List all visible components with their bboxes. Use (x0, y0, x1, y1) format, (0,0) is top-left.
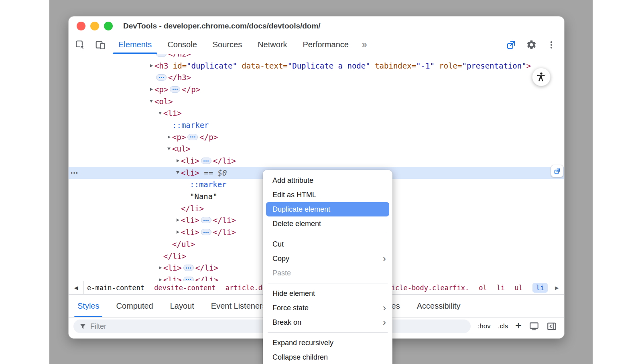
disclosure-down-icon[interactable] (148, 100, 154, 103)
dom-tree-row[interactable]: </h3> (69, 71, 564, 83)
disclosure-right-icon[interactable] (148, 64, 154, 67)
menu-item-duplicate-element[interactable]: Duplicate element (266, 202, 389, 216)
sidebar-toggle-icon[interactable] (547, 321, 557, 332)
menu-item-collapse-children[interactable]: Collapse children (263, 350, 392, 364)
disclosure-down-icon[interactable] (166, 148, 172, 150)
tab-elements[interactable]: Elements (118, 36, 152, 54)
disclosure-down-icon[interactable] (175, 171, 181, 174)
disclosure-right-icon[interactable] (166, 135, 172, 139)
window-title: DevTools - developer.chrome.com/docs/dev… (123, 22, 321, 30)
ellipsis-expand-icon[interactable] (201, 229, 211, 235)
ellipsis-expand-icon[interactable] (156, 54, 167, 57)
breadcrumb-scroll-left-icon[interactable]: ◀ (69, 281, 84, 294)
menu-item-label: Copy (272, 255, 383, 263)
kebab-menu-icon[interactable] (547, 40, 556, 50)
tab-sources[interactable]: Sources (213, 36, 242, 54)
tab-styles[interactable]: Styles (77, 295, 99, 317)
tab-layout[interactable]: Layout (170, 295, 194, 317)
more-panels-icon[interactable]: » (362, 39, 367, 50)
device-toolbar-icon[interactable] (95, 40, 106, 50)
tab-computed[interactable]: Computed (116, 295, 153, 317)
ellipsis-expand-icon[interactable] (156, 74, 167, 81)
breadcrumb-item-ol[interactable]: ol (479, 284, 487, 292)
ellipsis-expand-icon[interactable] (183, 277, 194, 281)
menu-item-label: Collapse children (272, 353, 386, 362)
menu-item-label: Break on (272, 318, 383, 327)
dom-tree-row[interactable]: </h2> (69, 54, 564, 60)
ellipsis-expand-icon[interactable] (201, 217, 211, 223)
breadcrumb-scroll-right-icon[interactable]: ▶ (549, 281, 564, 294)
code-val: "presentation" (462, 61, 526, 70)
menu-item-expand-recursively[interactable]: Expand recursively (263, 336, 392, 350)
code-tag: </li> (181, 204, 204, 213)
accessibility-button[interactable] (532, 68, 551, 86)
disclosure-right-icon[interactable] (157, 266, 163, 269)
element-state-button[interactable]: :hov (478, 322, 491, 330)
scroll-into-view-badge[interactable] (551, 165, 563, 177)
ellipsis-expand-icon[interactable] (170, 86, 180, 93)
dom-tree-row[interactable]: <p></p> (69, 83, 564, 95)
disclosure-right-icon[interactable] (175, 218, 181, 222)
breadcrumb-item-li[interactable]: li (532, 283, 548, 293)
menu-item-edit-as-html[interactable]: Edit as HTML (263, 188, 392, 202)
ellipsis-expand-icon[interactable] (187, 134, 198, 140)
rendering-icon[interactable] (529, 321, 539, 332)
ellipsis-expand-icon[interactable] (183, 265, 194, 271)
menu-item-hide-element[interactable]: Hide element (263, 286, 392, 301)
submenu-chevron-icon: › (383, 317, 386, 327)
disclosure-right-icon[interactable] (175, 159, 181, 162)
menu-item-break-on[interactable]: Break on› (263, 315, 392, 330)
disclosure-right-icon[interactable] (175, 231, 181, 234)
minimize-window-button[interactable] (90, 22, 99, 30)
breadcrumb-item-devsite-content[interactable]: devsite-content (154, 284, 216, 292)
row-more-actions[interactable]: … (70, 166, 79, 176)
settings-gear-icon[interactable] (526, 39, 537, 50)
breadcrumb-item-ul[interactable]: ul (514, 284, 522, 292)
menu-item-label: Force state (272, 304, 383, 312)
menu-item-delete-element[interactable]: Delete element (263, 216, 392, 231)
menu-item-force-state[interactable]: Force state› (263, 301, 392, 315)
code-marker: ::marker (172, 121, 209, 129)
dom-tree-row[interactable]: <li></li> (69, 155, 564, 167)
dom-tree-row[interactable]: ::marker (69, 119, 564, 131)
dom-tree-row[interactable]: <ul> (69, 143, 564, 155)
menu-item-label: Delete element (272, 220, 386, 228)
tab-network[interactable]: Network (258, 36, 287, 54)
code-tag: <ol> (154, 97, 173, 106)
open-frame-icon[interactable] (506, 40, 516, 50)
dom-tree-row[interactable]: <h3 id="duplicate" data-text="Duplicate … (69, 60, 564, 72)
close-window-button[interactable] (77, 22, 85, 30)
context-menu: Add attributeEdit as HTMLDuplicate eleme… (263, 170, 392, 364)
disclosure-right-icon[interactable] (148, 88, 154, 91)
ellipsis-expand-icon[interactable] (201, 158, 211, 164)
zoom-window-button[interactable] (104, 22, 113, 30)
menu-item-label: Expand recursively (272, 339, 386, 347)
tab-performance[interactable]: Performance (303, 36, 349, 54)
accessibility-person-icon (536, 71, 547, 83)
code-tag: <li> (163, 275, 182, 281)
dom-tree-row[interactable]: <ol> (69, 95, 564, 107)
code-tag: </li> (195, 263, 218, 272)
tab-accessibility[interactable]: Accessibility (417, 295, 461, 317)
code-tag: </li> (213, 216, 236, 224)
window-titlebar: DevTools - developer.chrome.com/docs/dev… (69, 16, 564, 36)
menu-item-add-attribute[interactable]: Add attribute (263, 173, 392, 188)
code-tag: <li> (163, 263, 182, 272)
code-attr: data-text= (237, 61, 288, 70)
menu-item-cut[interactable]: Cut (263, 237, 392, 251)
inspect-icon[interactable] (75, 40, 85, 50)
breadcrumb-item-e-main-content[interactable]: e-main-content (87, 284, 144, 292)
dom-tree-row[interactable]: <li> (69, 107, 564, 119)
traffic-lights (77, 22, 113, 30)
code-tag: <li> (181, 156, 199, 165)
disclosure-right-icon[interactable] (157, 278, 163, 281)
breadcrumb-item-li[interactable]: li (497, 284, 505, 292)
element-classes-button[interactable]: .cls (498, 322, 508, 330)
new-style-rule-button[interactable]: + (515, 320, 522, 331)
dom-tree-row[interactable]: <p></p> (69, 131, 564, 143)
tab-event-listeners[interactable]: Event Listeners (211, 295, 266, 317)
disclosure-down-icon[interactable] (157, 112, 163, 115)
tab-console[interactable]: Console (167, 36, 197, 54)
code-tag: </li> (213, 156, 236, 165)
menu-item-copy[interactable]: Copy› (263, 251, 392, 266)
